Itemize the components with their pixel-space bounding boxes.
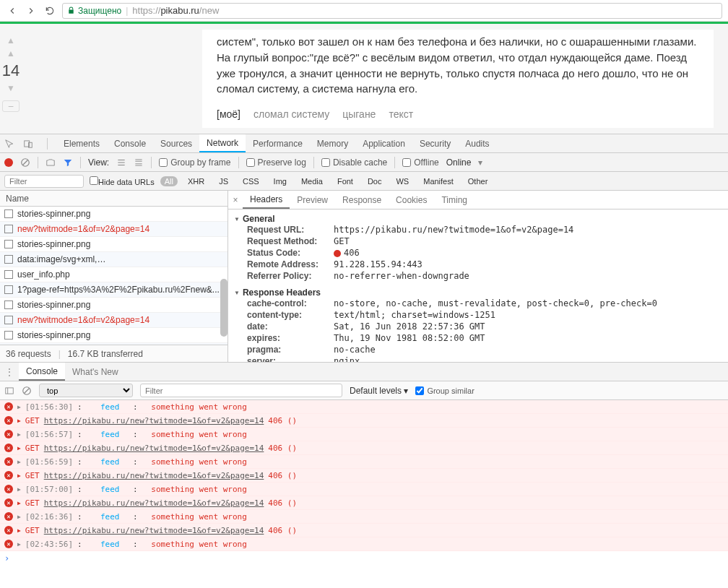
clear-console-icon[interactable] [22, 386, 32, 396]
levels-select[interactable]: Default levels ▾ [350, 386, 408, 396]
disable-cache-checkbox[interactable]: Disable cache [321, 157, 387, 168]
console-line[interactable]: ✕▶[01:56:30]: feed : something went wron… [0, 400, 728, 414]
error-icon: ✕ [4, 485, 13, 493]
network-row[interactable]: stories-spinner.png [0, 298, 228, 313]
post-tags: [моё] сломал систему цыгане текст [217, 107, 699, 121]
name-column-header[interactable]: Name [0, 191, 228, 207]
tab-network[interactable]: Network [199, 134, 246, 152]
tab-timing[interactable]: Timing [434, 191, 474, 209]
response-headers-section[interactable]: Response Headers [234, 287, 722, 298]
tab-cookies[interactable]: Cookies [389, 191, 434, 209]
devtools-tabs: Elements Console Sources Network Perform… [0, 134, 728, 153]
network-row[interactable]: 1?page-ref=https%3A%2F%2Fpikabu.ru%2Fnew… [0, 282, 228, 298]
tab-sources[interactable]: Sources [153, 134, 199, 152]
tab-elements[interactable]: Elements [56, 134, 107, 152]
tag[interactable]: сломал систему [254, 107, 329, 121]
file-icon [4, 240, 13, 248]
tab-response[interactable]: Response [335, 191, 389, 209]
type-doc[interactable]: Doc [363, 176, 386, 186]
reload-button[interactable] [43, 4, 56, 17]
console-prompt[interactable]: › [0, 551, 728, 566]
view-list-icon[interactable] [116, 157, 126, 168]
network-row[interactable]: data:image/svg+xml,… [0, 343, 228, 345]
type-font[interactable]: Font [333, 176, 358, 186]
context-select[interactable]: top [39, 384, 133, 397]
console-line[interactable]: ✕▶[01:57:00]: feed : something went wron… [0, 483, 728, 496]
network-row[interactable]: user_info.php [0, 267, 228, 282]
type-css[interactable]: CSS [238, 176, 264, 186]
filter-icon[interactable] [63, 157, 73, 168]
url-bar[interactable]: Защищено | https://pikabu.ru/new [62, 3, 722, 19]
tab-headers[interactable]: Headers [243, 191, 290, 209]
drawer-tab-console[interactable]: Console [19, 363, 65, 381]
type-other[interactable]: Other [464, 176, 493, 186]
console-line[interactable]: ✕▶GET https://pikabu.ru/new?twitmode=1&o… [0, 496, 728, 510]
file-icon [4, 209, 13, 218]
back-button[interactable] [6, 4, 19, 17]
network-list[interactable]: stories-spinner.pngnew?twitmode=1&of=v2&… [0, 207, 228, 345]
online-select[interactable]: Online [446, 157, 472, 168]
browser-bar: Защищено | https://pikabu.ru/new [0, 0, 728, 22]
console-line[interactable]: ✕▶[02:43:56]: feed : something went wron… [0, 537, 728, 551]
file-icon [4, 255, 13, 264]
clear-icon[interactable] [20, 157, 30, 168]
console-line[interactable]: ✕▶[01:56:59]: feed : something went wron… [0, 455, 728, 469]
drawer-menu-icon[interactable]: ⋮ [0, 367, 19, 377]
status-dot-icon [334, 250, 341, 257]
minus-button[interactable]: – [2, 100, 20, 112]
forward-button[interactable] [25, 4, 38, 17]
network-row[interactable]: stories-spinner.png [0, 237, 228, 252]
filter-input[interactable] [4, 175, 84, 188]
tab-performance[interactable]: Performance [246, 134, 310, 152]
network-row[interactable]: stories-spinner.png [0, 328, 228, 343]
offline-checkbox[interactable]: Offline [402, 157, 438, 168]
console-output[interactable]: ✕▶[01:56:30]: feed : something went wron… [0, 400, 728, 551]
tab-preview[interactable]: Preview [290, 191, 335, 209]
network-row[interactable]: new?twitmode=1&of=v2&page=14 [0, 222, 228, 237]
inspect-icon[interactable] [0, 139, 19, 149]
group-by-frame-checkbox[interactable]: Group by frame [159, 157, 230, 168]
tab-application[interactable]: Application [355, 134, 412, 152]
scrollbar[interactable] [220, 279, 228, 337]
console-filter-input[interactable] [140, 384, 342, 397]
type-ws[interactable]: WS [391, 176, 413, 186]
console-line[interactable]: ✕▶GET https://pikabu.ru/new?twitmode=1&o… [0, 414, 728, 428]
type-all[interactable]: All [160, 176, 178, 186]
tab-audits[interactable]: Audits [458, 134, 496, 152]
network-row[interactable]: stories-spinner.png [0, 207, 228, 222]
file-icon [4, 285, 13, 294]
console-line[interactable]: ✕▶GET https://pikabu.ru/new?twitmode=1&o… [0, 441, 728, 455]
record-icon[interactable] [4, 158, 13, 167]
downvote-icon[interactable]: ▼ [6, 83, 15, 93]
tab-console[interactable]: Console [107, 134, 153, 152]
type-xhr[interactable]: XHR [183, 176, 209, 186]
console-line[interactable]: ✕▶[02:16:36]: feed : something went wron… [0, 510, 728, 524]
tag[interactable]: цыгане [342, 107, 376, 121]
console-line[interactable]: ✕▶GET https://pikabu.ru/new?twitmode=1&o… [0, 469, 728, 483]
general-section[interactable]: General [234, 214, 722, 224]
tag-main[interactable]: [моё] [217, 107, 240, 121]
drawer-tab-whatsnew[interactable]: What's New [65, 363, 126, 381]
console-line[interactable]: ✕▶GET https://pikabu.ru/new?twitmode=1&o… [0, 524, 728, 537]
type-media[interactable]: Media [297, 176, 327, 186]
upvote-icon[interactable]: ▲ [6, 48, 15, 59]
close-icon[interactable]: × [228, 195, 243, 205]
network-row[interactable]: new?twitmode=1&of=v2&page=14 [0, 313, 228, 328]
network-row[interactable]: data:image/svg+xml,… [0, 252, 228, 267]
console-sidebar-icon[interactable] [4, 386, 14, 396]
type-js[interactable]: JS [214, 176, 233, 186]
view-label: View: [88, 157, 109, 168]
camera-icon[interactable] [46, 157, 56, 168]
chevron-up-icon[interactable]: ▲ [6, 35, 15, 46]
tag[interactable]: текст [389, 107, 413, 121]
preserve-log-checkbox[interactable]: Preserve log [246, 157, 306, 168]
view-large-icon[interactable] [134, 157, 144, 168]
hide-data-urls-checkbox[interactable]: Hide data URLs [90, 176, 155, 186]
tab-security[interactable]: Security [412, 134, 458, 152]
type-manifest[interactable]: Manifest [419, 176, 458, 186]
tab-memory[interactable]: Memory [310, 134, 355, 152]
console-line[interactable]: ✕▶[01:56:57]: feed : something went wron… [0, 428, 728, 441]
device-toggle-icon[interactable] [19, 139, 38, 149]
group-similar-checkbox[interactable]: Group similar [415, 386, 474, 395]
type-img[interactable]: Img [269, 176, 291, 186]
